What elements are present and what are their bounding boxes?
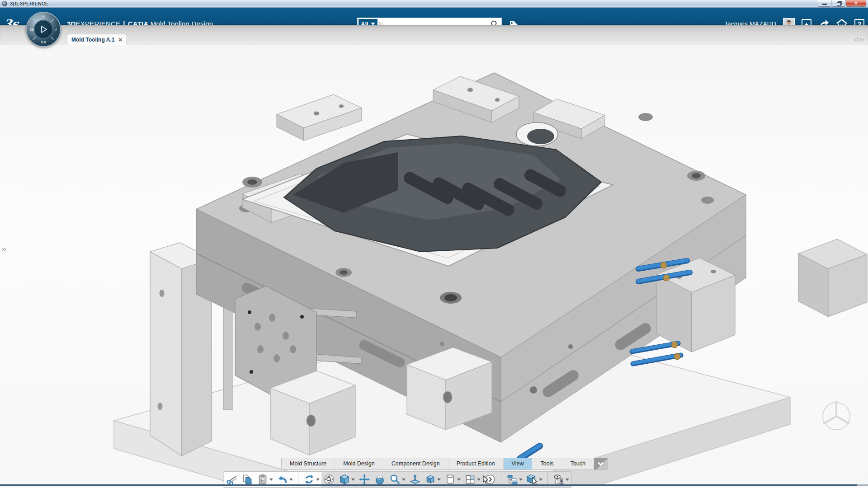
multi-view-dropdown-caret[interactable] — [477, 479, 481, 481]
select-cube-dropdown-caret[interactable] — [539, 479, 542, 481]
compass-info-quadrant[interactable]: i — [55, 27, 57, 32]
tab-scroll-right-button[interactable]: ▷ — [861, 37, 864, 42]
window-controls: ✕ — [818, 0, 866, 7]
copy-icon — [241, 474, 253, 485]
restore-icon — [837, 1, 841, 5]
tab-product-edition[interactable]: Product Edition — [448, 458, 504, 469]
zoom-dropdown-caret[interactable] — [402, 479, 406, 481]
compass-social-icon[interactable] — [42, 14, 46, 19]
zoom-icon — [389, 474, 401, 485]
select-cube-icon — [526, 474, 538, 485]
multi-view-icon — [464, 474, 476, 485]
tab-close-icon[interactable]: × — [118, 37, 122, 43]
render-style-dropdown-caret[interactable] — [457, 479, 461, 481]
document-tab[interactable]: Mold Tooling A.1 × — [67, 34, 127, 45]
normal-view-icon — [409, 474, 421, 485]
app-icon — [2, 1, 7, 6]
fit-all-icon — [323, 474, 335, 485]
paste-icon — [257, 474, 269, 485]
document-tab-strip: Mold Tooling A.1 × ◁ ▷ — [0, 25, 868, 45]
iso-view-dropdown-caret[interactable] — [437, 479, 441, 481]
visibility-dropdown-caret[interactable] — [566, 479, 569, 481]
tab-tools[interactable]: Tools — [532, 458, 562, 469]
close-button[interactable]: ✕ — [846, 0, 866, 7]
pan-icon — [359, 474, 370, 485]
view-cube-dropdown-caret[interactable] — [351, 479, 355, 481]
tab-mold-design[interactable]: Mold Design — [335, 458, 383, 469]
visibility-icon — [553, 474, 565, 485]
minimize-icon — [822, 4, 827, 5]
undo-icon — [277, 474, 288, 485]
mouse-cursor — [483, 475, 489, 486]
compass-play-button[interactable] — [34, 20, 53, 39]
cut-icon — [226, 474, 238, 485]
close-icon: ✕ — [854, 1, 858, 6]
toolbar-separator — [547, 473, 548, 486]
action-bar-collapse-button[interactable] — [594, 458, 608, 469]
document-tab-label: Mold Tooling A.1 — [71, 37, 114, 43]
restore-button[interactable] — [832, 0, 845, 7]
viewport-3d-model[interactable] — [0, 45, 868, 486]
tree-icon — [506, 474, 518, 485]
compass-vr-quadrant[interactable]: V.R — [41, 41, 46, 44]
window-titlebar[interactable]: 3DEXPERIENCE ✕ — [0, 0, 868, 8]
paste-dropdown-caret[interactable] — [269, 479, 273, 481]
update-icon — [303, 474, 315, 485]
viewport-3d[interactable]: » — [0, 45, 868, 486]
tab-view[interactable]: View — [504, 458, 533, 469]
app-header: 3s 3DEXPERIENCE|CATIA Mold Tooling Desig… — [0, 8, 868, 25]
bottom-edge-bar — [0, 484, 857, 486]
action-bar-tabs: Mold Structure Mold Design Component Des… — [281, 458, 608, 470]
view-cube-icon — [339, 474, 350, 485]
bottom-edge-handle[interactable] — [857, 484, 868, 486]
minimize-button[interactable] — [818, 0, 831, 7]
window-title: 3DEXPERIENCE — [10, 1, 48, 6]
update-dropdown-caret[interactable] — [316, 479, 320, 481]
application-window: 3DEXPERIENCE ✕ 3s 3DEXPERIENCE|CATIA Mol… — [0, 0, 868, 488]
panel-expand-chevron-icon[interactable]: » — [1, 244, 6, 254]
rotate-icon — [374, 474, 386, 485]
iso-view-icon — [425, 474, 436, 485]
tab-scroll-left-button[interactable]: ◁ — [854, 37, 858, 42]
tree-dropdown-caret[interactable] — [519, 479, 523, 481]
render-style-icon — [444, 474, 456, 485]
undo-dropdown-caret[interactable] — [289, 479, 293, 481]
compass-3d-quadrant[interactable]: 3D — [30, 28, 34, 31]
tab-scroll-controls: ◁ ▷ — [854, 37, 864, 42]
tab-touch[interactable]: Touch — [562, 458, 594, 469]
toolbar-separator — [501, 473, 501, 486]
toolbar-separator — [298, 473, 298, 486]
tab-mold-structure[interactable]: Mold Structure — [282, 458, 335, 469]
chevron-down-icon — [598, 460, 604, 466]
tab-component-design[interactable]: Component Design — [383, 458, 448, 469]
3dexperience-compass[interactable]: 3D i V.R — [26, 12, 61, 47]
play-icon — [39, 25, 48, 34]
